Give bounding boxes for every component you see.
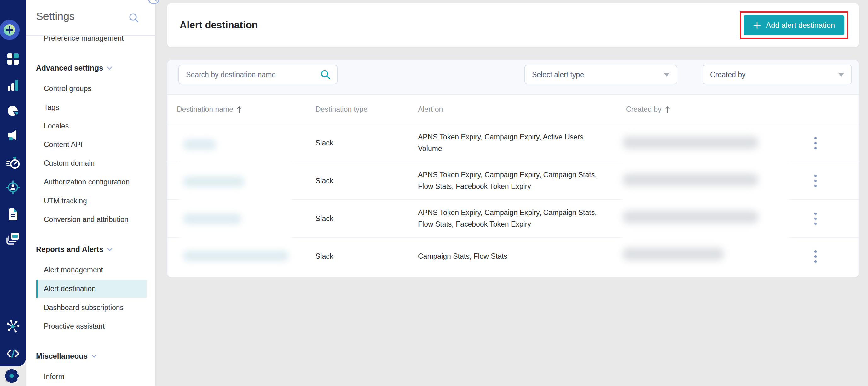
- pie-chart-icon: [6, 104, 20, 117]
- page-title: Alert destination: [180, 3, 258, 47]
- sidebar-item-label: Dashboard subscriptions: [44, 304, 124, 312]
- redacted-created-by: [623, 173, 758, 186]
- sidebar-group-miscellaneous[interactable]: Miscellaneous: [26, 349, 155, 364]
- rail-item-templates[interactable]: [0, 229, 26, 249]
- rail-item-create[interactable]: [0, 20, 20, 40]
- sidebar-item-label: Conversion and attribution: [44, 215, 129, 224]
- created-by-select[interactable]: Created by: [703, 65, 852, 84]
- sidebar-item-alert-destination[interactable]: Alert destination: [36, 280, 147, 298]
- code-icon: [6, 347, 20, 360]
- alert-destination-panel: Select alert type Created by Destination…: [167, 60, 859, 278]
- network-icon: [6, 320, 20, 334]
- sidebar-item-label: Content API: [44, 140, 83, 149]
- chevron-down-icon: [107, 248, 113, 251]
- megaphone-icon: [6, 128, 20, 142]
- sidebar-item-label: Locales: [44, 122, 69, 130]
- sidebar-item-label: Tags: [44, 103, 59, 112]
- redacted-created-by: [623, 211, 758, 223]
- redacted-created-by: [623, 248, 724, 260]
- rail-item-journeys[interactable]: [0, 153, 26, 173]
- sidebar-item-locales[interactable]: Locales: [26, 118, 155, 134]
- column-header-destination-name[interactable]: Destination name: [177, 95, 242, 124]
- page-header: Alert destination Add alert destination: [167, 3, 859, 47]
- stopwatch-icon: [6, 156, 20, 170]
- sidebar-item-label: Proactive assistant: [44, 322, 105, 330]
- column-header-destination-type: Destination type: [315, 95, 368, 124]
- rail-item-settings[interactable]: [4, 369, 19, 384]
- column-label: Alert on: [418, 105, 443, 114]
- alert-on-cell: APNS Token Expiry, Campaign Expiry, Camp…: [418, 200, 607, 237]
- destination-search-input[interactable]: [179, 71, 320, 79]
- sidebar-group-label: Miscellaneous: [36, 352, 88, 360]
- plus-icon: [753, 21, 761, 29]
- sidebar-item-label: Custom domain: [44, 159, 95, 168]
- sidebar-item-authorization-configuration[interactable]: Authorization configuration: [26, 174, 155, 189]
- clock-icon[interactable]: [147, 0, 161, 10]
- document-icon: [6, 208, 20, 221]
- add-button-label: Add alert destination: [766, 21, 835, 30]
- redacted-destination-name: [183, 251, 289, 261]
- sidebar-item-alert-management[interactable]: Alert management: [26, 262, 155, 277]
- sidebar-item-label: Alert destination: [44, 285, 96, 293]
- sidebar-item-label: UTM tracking: [44, 197, 87, 205]
- sidebar-item-dashboard-subscriptions[interactable]: Dashboard subscriptions: [26, 300, 155, 315]
- sidebar-search-button[interactable]: [129, 12, 139, 25]
- alert-type-select-value: Select alert type: [532, 71, 584, 79]
- row-actions-menu-icon[interactable]: [808, 238, 822, 275]
- sidebar-group-reports-and-alerts[interactable]: Reports and Alerts: [26, 242, 155, 257]
- rail-item-dashboard[interactable]: [0, 49, 26, 69]
- sidebar-item-utm-tracking[interactable]: UTM tracking: [26, 193, 155, 208]
- plus-circle-icon: [0, 20, 20, 40]
- column-header-created-by[interactable]: Created by: [626, 95, 671, 124]
- sidebar-item-proactive-assistant[interactable]: Proactive assistant: [26, 319, 155, 334]
- sidebar-item-label: Inform: [44, 373, 64, 381]
- destination-type-cell: Slack: [315, 200, 333, 237]
- dropdown-caret-icon: [663, 73, 670, 76]
- alert-type-select[interactable]: Select alert type: [524, 65, 677, 84]
- sidebar-item-content-api[interactable]: Content API: [26, 137, 155, 152]
- dashboard-grid-icon: [6, 52, 20, 66]
- table-header-row: Destination name Destination type Alert …: [167, 95, 859, 125]
- sort-ascending-icon: [665, 105, 671, 114]
- sort-ascending-icon: [237, 105, 242, 114]
- sidebar-group-advanced-settings[interactable]: Advanced settings: [26, 61, 155, 76]
- created-by-select-value: Created by: [710, 71, 746, 79]
- sidebar-title: Settings: [36, 10, 75, 22]
- rail-item-content[interactable]: [0, 205, 26, 224]
- alert-on-text: Campaign Stats, Flow Stats: [418, 251, 507, 262]
- row-actions-menu-icon[interactable]: [808, 162, 822, 199]
- alert-on-text: APNS Token Expiry, Campaign Expiry, Camp…: [418, 169, 607, 192]
- add-alert-destination-button[interactable]: Add alert destination: [744, 15, 844, 35]
- table-body: Slack APNS Token Expiry, Campaign Expiry…: [167, 125, 859, 276]
- search-icon[interactable]: [320, 70, 331, 80]
- rail-item-audience[interactable]: [0, 178, 26, 197]
- column-label: Created by: [626, 105, 661, 114]
- redacted-destination-name: [183, 176, 245, 187]
- rail-item-segments[interactable]: [0, 101, 26, 120]
- sidebar-group-label: Advanced settings: [36, 64, 103, 72]
- stacked-cards-icon: [6, 232, 20, 246]
- bar-chart-icon: [6, 78, 20, 92]
- column-label: Destination name: [177, 105, 233, 114]
- rail-item-developer[interactable]: [0, 344, 26, 363]
- search-icon: [129, 12, 139, 23]
- sidebar-item-conversion-and-attribution[interactable]: Conversion and attribution: [26, 212, 155, 227]
- sidebar-item-label: Alert management: [44, 266, 103, 274]
- rail-item-analytics[interactable]: [0, 76, 26, 95]
- sidebar-item-tags[interactable]: Tags: [26, 100, 155, 115]
- destination-type-cell: Slack: [315, 125, 333, 162]
- destination-type-cell: Slack: [315, 238, 333, 275]
- rail-item-campaigns[interactable]: [0, 125, 26, 145]
- row-actions-menu-icon[interactable]: [808, 125, 822, 162]
- row-actions-menu-icon[interactable]: [808, 200, 822, 237]
- rail-item-integrations[interactable]: [0, 317, 26, 336]
- icon-rail: [0, 0, 26, 366]
- target-user-icon: [6, 180, 20, 194]
- sidebar-item-inform[interactable]: Inform: [26, 369, 155, 384]
- chevron-down-icon: [107, 66, 112, 70]
- sidebar-item-control-groups[interactable]: Control groups: [26, 81, 155, 96]
- sidebar-item-custom-domain[interactable]: Custom domain: [26, 155, 155, 171]
- column-label: Destination type: [315, 105, 368, 114]
- destination-search: [178, 65, 338, 84]
- sidebar-group-label: Reports and Alerts: [36, 245, 103, 254]
